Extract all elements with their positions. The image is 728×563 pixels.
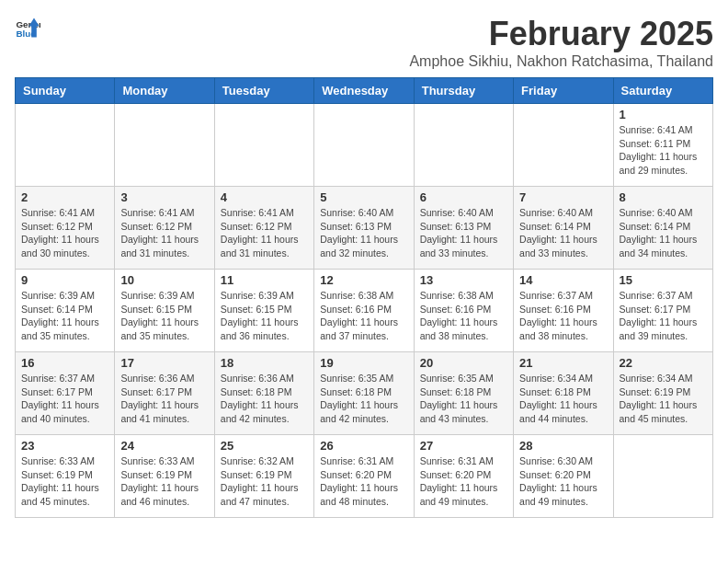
empty-cell: [414, 104, 513, 187]
day-21: 21 Sunrise: 6:34 AM Sunset: 6:18 PM Dayl…: [514, 352, 613, 435]
week-row-4: 16 Sunrise: 6:37 AM Sunset: 6:17 PM Dayl…: [16, 352, 713, 435]
day-18: 18 Sunrise: 6:36 AM Sunset: 6:18 PM Dayl…: [214, 352, 313, 435]
day-9: 9 Sunrise: 6:39 AM Sunset: 6:14 PM Dayli…: [16, 270, 115, 352]
day-3: 3 Sunrise: 6:41 AM Sunset: 6:12 PM Dayli…: [115, 187, 214, 270]
day-7: 7 Sunrise: 6:40 AM Sunset: 6:14 PM Dayli…: [514, 187, 613, 270]
week-row-3: 9 Sunrise: 6:39 AM Sunset: 6:14 PM Dayli…: [16, 270, 713, 352]
day-13: 13 Sunrise: 6:38 AM Sunset: 6:16 PM Dayl…: [414, 270, 513, 352]
day-6: 6 Sunrise: 6:40 AM Sunset: 6:13 PM Dayli…: [414, 187, 513, 270]
day-12: 12 Sunrise: 6:38 AM Sunset: 6:16 PM Dayl…: [314, 270, 414, 352]
logo: General Blue: [15, 15, 40, 40]
day-26: 26 Sunrise: 6:31 AM Sunset: 6:20 PM Dayl…: [314, 435, 414, 518]
day-15: 15 Sunrise: 6:37 AM Sunset: 6:17 PM Dayl…: [613, 270, 712, 352]
page-header: General Blue February 2025 Amphoe Sikhiu…: [15, 15, 713, 70]
week-row-1: 1 Sunrise: 6:41 AM Sunset: 6:11 PM Dayli…: [16, 104, 713, 187]
day-23: 23 Sunrise: 6:33 AM Sunset: 6:19 PM Dayl…: [16, 435, 115, 518]
week-row-2: 2 Sunrise: 6:41 AM Sunset: 6:12 PM Dayli…: [16, 187, 713, 270]
header-thursday: Thursday: [414, 78, 513, 104]
day-22: 22 Sunrise: 6:34 AM Sunset: 6:19 PM Dayl…: [613, 352, 712, 435]
day-1: 1 Sunrise: 6:41 AM Sunset: 6:11 PM Dayli…: [613, 104, 712, 187]
calendar-title: February 2025: [409, 15, 713, 53]
calendar-subtitle: Amphoe Sikhiu, Nakhon Ratchasima, Thaila…: [409, 53, 713, 70]
day-25: 25 Sunrise: 6:32 AM Sunset: 6:19 PM Dayl…: [214, 435, 313, 518]
logo-icon: General Blue: [15, 15, 40, 40]
day-4: 4 Sunrise: 6:41 AM Sunset: 6:12 PM Dayli…: [214, 187, 313, 270]
day-19: 19 Sunrise: 6:35 AM Sunset: 6:18 PM Dayl…: [314, 352, 414, 435]
header-sunday: Sunday: [16, 78, 115, 104]
day-10: 10 Sunrise: 6:39 AM Sunset: 6:15 PM Dayl…: [115, 270, 214, 352]
empty-cell: [214, 104, 313, 187]
header-saturday: Saturday: [613, 78, 712, 104]
weekday-header-row: Sunday Monday Tuesday Wednesday Thursday…: [16, 78, 713, 104]
empty-cell: [613, 435, 712, 518]
day-28: 28 Sunrise: 6:30 AM Sunset: 6:20 PM Dayl…: [514, 435, 613, 518]
day-5: 5 Sunrise: 6:40 AM Sunset: 6:13 PM Dayli…: [314, 187, 414, 270]
empty-cell: [16, 104, 115, 187]
day-17: 17 Sunrise: 6:36 AM Sunset: 6:17 PM Dayl…: [115, 352, 214, 435]
day-16: 16 Sunrise: 6:37 AM Sunset: 6:17 PM Dayl…: [16, 352, 115, 435]
header-monday: Monday: [115, 78, 214, 104]
day-20: 20 Sunrise: 6:35 AM Sunset: 6:18 PM Dayl…: [414, 352, 513, 435]
day-24: 24 Sunrise: 6:33 AM Sunset: 6:19 PM Dayl…: [115, 435, 214, 518]
week-row-5: 23 Sunrise: 6:33 AM Sunset: 6:19 PM Dayl…: [16, 435, 713, 518]
day-14: 14 Sunrise: 6:37 AM Sunset: 6:16 PM Dayl…: [514, 270, 613, 352]
day-27: 27 Sunrise: 6:31 AM Sunset: 6:20 PM Dayl…: [414, 435, 513, 518]
calendar-table: Sunday Monday Tuesday Wednesday Thursday…: [15, 77, 713, 518]
header-friday: Friday: [514, 78, 613, 104]
day-8: 8 Sunrise: 6:40 AM Sunset: 6:14 PM Dayli…: [613, 187, 712, 270]
day-11: 11 Sunrise: 6:39 AM Sunset: 6:15 PM Dayl…: [214, 270, 313, 352]
header-wednesday: Wednesday: [314, 78, 414, 104]
empty-cell: [314, 104, 414, 187]
empty-cell: [115, 104, 214, 187]
header-tuesday: Tuesday: [214, 78, 313, 104]
day-2: 2 Sunrise: 6:41 AM Sunset: 6:12 PM Dayli…: [16, 187, 115, 270]
empty-cell: [514, 104, 613, 187]
title-area: February 2025 Amphoe Sikhiu, Nakhon Ratc…: [409, 15, 713, 70]
